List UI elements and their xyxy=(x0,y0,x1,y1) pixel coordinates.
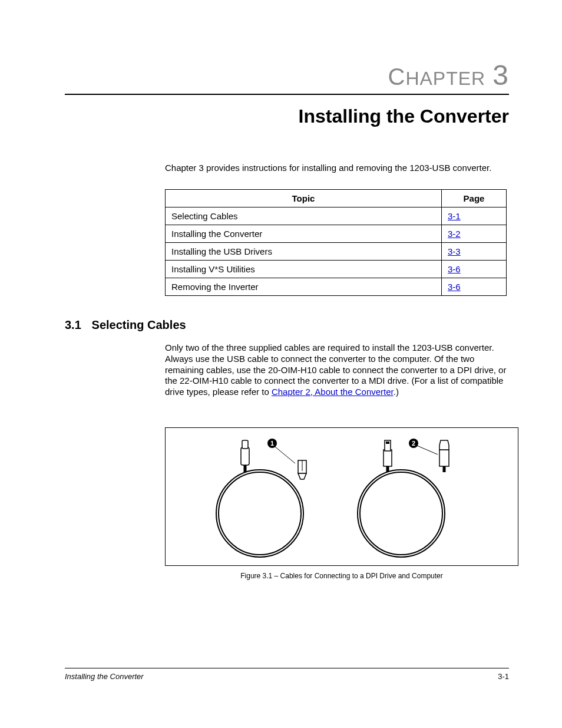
figure-caption: Figure 3.1 – Cables for Connecting to a … xyxy=(165,572,518,580)
footer-rule xyxy=(65,668,509,668)
title-rule xyxy=(65,94,509,95)
table-row: Removing the Inverter 3-6 xyxy=(166,278,507,296)
svg-rect-3 xyxy=(242,440,248,449)
table-row: Selecting Cables 3-1 xyxy=(166,207,507,225)
table-row: Installing the USB Drivers 3-3 xyxy=(166,243,507,261)
svg-marker-16 xyxy=(439,440,449,450)
col-topic: Topic xyxy=(166,190,442,207)
svg-point-10 xyxy=(359,471,444,556)
footer-page-number: 3-1 xyxy=(498,672,509,681)
svg-point-1 xyxy=(217,471,302,556)
chapter-number: 3 xyxy=(492,60,509,91)
callout-2: 2 xyxy=(409,439,418,448)
chapter2-link[interactable]: Chapter 2, About the Converter xyxy=(272,387,394,397)
page-link[interactable]: 3-6 xyxy=(448,264,461,274)
svg-rect-2 xyxy=(241,447,249,465)
svg-rect-13 xyxy=(386,442,389,444)
cable-dpi-icon xyxy=(201,437,330,561)
figure-box: 1 2 xyxy=(165,427,518,566)
chapter-word: CHAPTER xyxy=(388,64,485,90)
topic-cell: Removing the Inverter xyxy=(166,278,442,296)
topic-cell: Selecting Cables xyxy=(166,207,442,225)
footer-title: Installing the Converter xyxy=(65,672,144,681)
col-page: Page xyxy=(442,190,507,207)
table-row: Installing the Converter 3-2 xyxy=(166,225,507,243)
intro-paragraph: Chapter 3 provides instructions for inst… xyxy=(165,163,509,173)
section-title: Selecting Cables xyxy=(92,318,186,331)
section-heading: 3.1 Selecting Cables xyxy=(65,318,509,332)
page-link[interactable]: 3-1 xyxy=(448,211,461,221)
svg-rect-11 xyxy=(384,450,392,466)
svg-marker-6 xyxy=(298,473,306,479)
topics-table: Topic Page Selecting Cables 3-1 Installi… xyxy=(165,189,507,296)
page-link[interactable]: 3-2 xyxy=(448,229,461,239)
svg-rect-15 xyxy=(439,450,449,466)
topic-cell: Installing V*S Utilities xyxy=(166,261,442,278)
page-link[interactable]: 3-3 xyxy=(448,246,461,256)
body-post: .) xyxy=(394,387,399,397)
topic-cell: Installing the Converter xyxy=(166,225,442,243)
cable-usb-icon xyxy=(342,437,472,561)
callout-1: 1 xyxy=(267,439,277,448)
chapter-label: CHAPTER 3 xyxy=(65,59,509,91)
section-number: 3.1 xyxy=(65,318,88,332)
page-link[interactable]: 3-6 xyxy=(448,282,461,292)
chapter-title: Installing the Converter xyxy=(65,106,509,127)
page-footer: Installing the Converter 3-1 xyxy=(65,668,509,681)
section-body: Only two of the three supplied cables ar… xyxy=(165,342,509,398)
table-row: Installing V*S Utilities 3-6 xyxy=(166,261,507,278)
topic-cell: Installing the USB Drivers xyxy=(166,243,442,261)
